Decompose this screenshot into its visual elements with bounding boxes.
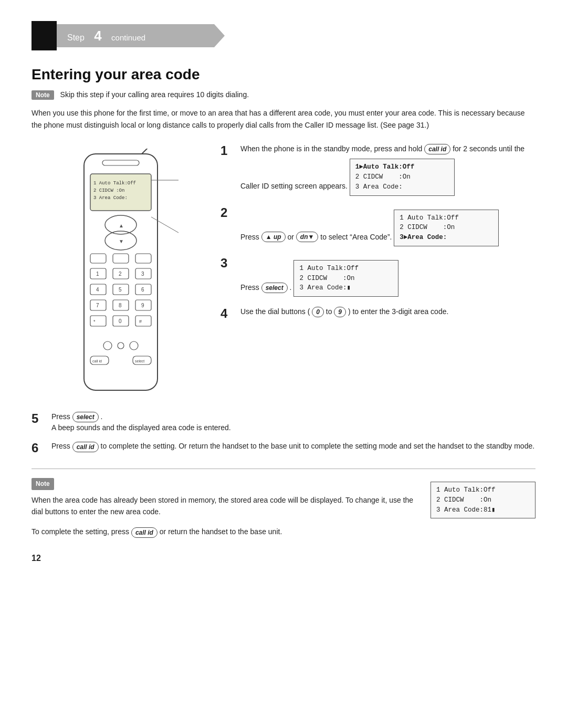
- svg-text:2 CIDCW    :On: 2 CIDCW :On: [93, 188, 124, 193]
- step-4-text3: ) to enter the 3-digit area code.: [348, 307, 448, 316]
- step-6-text2: to complete the setting. Or return the h…: [101, 442, 535, 450]
- svg-text:7: 7: [96, 303, 99, 308]
- svg-rect-13: [113, 254, 129, 263]
- step-3: 3 Press select . 1 Auto Talk:Off 2 CIDCW…: [220, 256, 536, 297]
- svg-point-40: [118, 342, 124, 349]
- step-2: 2 Press ▲ up or dn▼ to select “Area Code…: [220, 205, 536, 246]
- svg-rect-12: [90, 254, 106, 263]
- step-4-num: 4: [220, 306, 235, 321]
- page: Step 4 continued Entering your area code…: [0, 0, 567, 728]
- step-black-box: [32, 21, 57, 50]
- step-5-key[interactable]: select: [72, 412, 99, 422]
- svg-rect-33: [90, 316, 106, 326]
- note-footer-text2: or return the handset to the base unit.: [160, 527, 282, 536]
- step-1-text1: When the phone is in the standby mode, p…: [240, 144, 422, 153]
- note-footer-text1: To complete the setting, press: [32, 527, 129, 536]
- svg-rect-3: [102, 160, 139, 165]
- step-4-text1: Use the dial buttons (: [240, 307, 310, 316]
- step-1-num: 1: [220, 143, 235, 159]
- step-1-lcd: 1►Auto Talk:Off 2 CIDCW :On 3 Area Code:: [350, 159, 455, 195]
- svg-line-47: [151, 217, 178, 233]
- step-6-content: Press call id to complete the setting. O…: [51, 441, 536, 452]
- note-skip-text: Skip this step if your calling area requ…: [60, 90, 249, 99]
- step-number: 4: [94, 28, 101, 44]
- phone-area: 1 Auto Talk:Off 2 CIDCW :On 3 Area Code:…: [32, 143, 210, 401]
- svg-point-39: [103, 341, 112, 350]
- step-1-key[interactable]: call id: [424, 144, 450, 154]
- svg-text:#: #: [139, 319, 142, 324]
- note-footer-key[interactable]: call id: [131, 527, 158, 538]
- svg-point-41: [130, 341, 138, 350]
- intro-text: When you use this phone for the first ti…: [32, 107, 525, 131]
- lcd3-line2: 2 CIDCW :On: [299, 274, 393, 284]
- step-4-text2: to: [326, 307, 332, 316]
- lcd2-line1: 1 Auto Talk:Off: [400, 213, 493, 223]
- step-2-content: Press ▲ up or dn▼ to select “Area Code”.…: [240, 205, 536, 246]
- step-4-key1[interactable]: 0: [312, 307, 324, 317]
- step-2-text2: or: [287, 232, 293, 241]
- step-4-key2[interactable]: 9: [334, 307, 346, 317]
- lcd1-line3: 3 Area Code:: [355, 182, 449, 192]
- section-divider: [32, 469, 536, 469]
- note-footer: To complete the setting, press call id o…: [32, 526, 536, 537]
- svg-text:1 Auto Talk:Off: 1 Auto Talk:Off: [93, 181, 136, 186]
- svg-rect-14: [135, 254, 151, 263]
- svg-text:call id: call id: [92, 359, 102, 363]
- step-2-lcd: 1 Auto Talk:Off 2 CIDCW :On 3►Area Code:: [394, 210, 499, 246]
- step-6-text1: Press: [51, 442, 70, 450]
- note-badge-top: Note: [32, 90, 54, 100]
- main-content: 1 Auto Talk:Off 2 CIDCW :On 3 Area Code:…: [32, 143, 536, 401]
- svg-text:6: 6: [141, 287, 144, 293]
- step-5-subtext: A beep sounds and the displayed area cod…: [51, 423, 231, 432]
- step-5-num: 5: [32, 411, 47, 427]
- bottom-steps: 5 Press select . A beep sounds and the d…: [32, 411, 536, 456]
- step-6: 6 Press call id to complete the setting.…: [32, 441, 536, 456]
- step-1-content: When the phone is in the standby mode, p…: [240, 143, 536, 196]
- page-title: Entering your area code: [32, 66, 536, 83]
- lcd3-line3: 3 Area Code:▮: [299, 283, 393, 293]
- note-section: Note When the area code has already been…: [32, 477, 536, 518]
- step-header: Step 4 continued: [32, 21, 536, 50]
- note-lcd-line3: 3 Area Code:81▮: [436, 505, 530, 515]
- step-5-text: Press: [51, 412, 70, 421]
- svg-text:3 Area Code:: 3 Area Code:: [93, 195, 128, 201]
- lcd1-line2: 2 CIDCW :On: [355, 172, 449, 182]
- svg-text:9: 9: [141, 303, 144, 308]
- note-lcd-line2: 2 CIDCW :On: [436, 495, 530, 505]
- phone-illustration: 1 Auto Talk:Off 2 CIDCW :On 3 Area Code:…: [42, 149, 200, 401]
- step-6-key[interactable]: call id: [72, 442, 99, 452]
- svg-text:▲: ▲: [119, 223, 124, 228]
- step-1: 1 When the phone is in the standby mode,…: [220, 143, 536, 196]
- svg-text:4: 4: [96, 287, 99, 293]
- steps-area: 1 When the phone is in the standby mode,…: [210, 143, 536, 331]
- step-5-content: Press select . A beep sounds and the dis…: [51, 411, 536, 433]
- svg-text:2: 2: [119, 271, 122, 277]
- step-5-period: .: [101, 412, 103, 421]
- step-3-content: Press select . 1 Auto Talk:Off 2 CIDCW :…: [240, 256, 536, 297]
- svg-text:▼: ▼: [119, 238, 124, 244]
- step-5: 5 Press select . A beep sounds and the d…: [32, 411, 536, 433]
- step-2-text1: Press: [240, 232, 259, 241]
- svg-text:5: 5: [119, 287, 122, 293]
- lcd2-line2: 2 CIDCW :On: [400, 223, 493, 233]
- step-3-text1: Press: [240, 283, 259, 291]
- svg-rect-37: [135, 316, 151, 326]
- svg-text:0: 0: [119, 318, 122, 324]
- step-4: 4 Use the dial buttons ( 0 to 9 ) to ent…: [220, 306, 536, 321]
- note-line: Note Skip this step if your calling area…: [32, 90, 536, 100]
- svg-text:3: 3: [141, 271, 144, 277]
- step-3-lcd: 1 Auto Talk:Off 2 CIDCW :On 3 Area Code:…: [293, 260, 398, 297]
- step-2-key1[interactable]: ▲ up: [261, 232, 286, 242]
- svg-text:*: *: [93, 319, 96, 324]
- note-lcd-line1: 1 Auto Talk:Off: [436, 485, 530, 495]
- note-lcd: 1 Auto Talk:Off 2 CIDCW :On 3 Area Code:…: [430, 482, 536, 518]
- step-2-key2[interactable]: dn▼: [296, 232, 319, 242]
- step-3-key[interactable]: select: [261, 283, 288, 293]
- step-banner: Step 4 continued: [57, 24, 225, 47]
- page-number: 12: [32, 554, 536, 563]
- step-banner-text: Step 4 continued: [67, 28, 145, 44]
- step-6-num: 6: [32, 441, 47, 456]
- step-3-period: .: [290, 283, 292, 291]
- note-text: When the area code has already been stor…: [32, 494, 415, 518]
- step-3-num: 3: [220, 256, 235, 271]
